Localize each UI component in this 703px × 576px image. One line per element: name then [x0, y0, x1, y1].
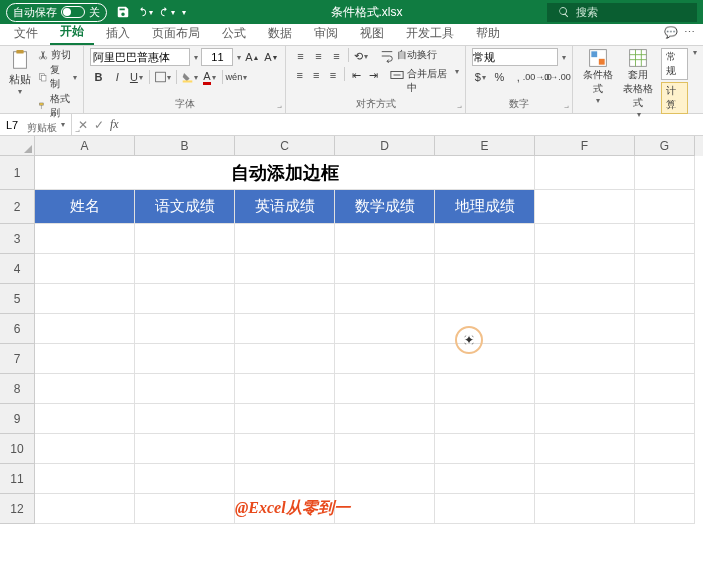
cell[interactable]: [635, 254, 695, 284]
cell[interactable]: [535, 404, 635, 434]
cell[interactable]: [535, 284, 635, 314]
undo-icon[interactable]: ▾: [137, 4, 153, 20]
cell[interactable]: [335, 434, 435, 464]
cell[interactable]: [135, 344, 235, 374]
cell[interactable]: [35, 224, 135, 254]
merge-center-button[interactable]: [390, 67, 405, 83]
cell[interactable]: [635, 404, 695, 434]
cell[interactable]: [235, 254, 335, 284]
row-header[interactable]: 11: [0, 464, 35, 494]
increase-indent-icon[interactable]: ⇥: [366, 67, 381, 83]
cell[interactable]: [235, 284, 335, 314]
cell[interactable]: [535, 464, 635, 494]
col-header-g[interactable]: G: [635, 136, 695, 156]
cell[interactable]: [235, 314, 335, 344]
orientation-icon[interactable]: ⟲▾: [353, 48, 369, 64]
cell[interactable]: [535, 254, 635, 284]
redo-icon[interactable]: ▾: [159, 4, 175, 20]
cell[interactable]: [35, 374, 135, 404]
cell[interactable]: [135, 494, 235, 524]
decrease-font-icon[interactable]: A▼: [263, 49, 279, 65]
cell[interactable]: [535, 344, 635, 374]
cell[interactable]: [135, 254, 235, 284]
watermark[interactable]: @Excel从零到一: [235, 494, 335, 524]
chevron-down-icon[interactable]: ▾: [237, 53, 241, 62]
cell[interactable]: [435, 224, 535, 254]
tab-review[interactable]: 审阅: [304, 22, 348, 45]
column-header-math[interactable]: 数学成绩: [335, 190, 435, 224]
column-header-english[interactable]: 英语成绩: [235, 190, 335, 224]
save-icon[interactable]: [115, 4, 131, 20]
border-icon[interactable]: ▾: [155, 69, 171, 85]
search-box[interactable]: 搜索: [547, 3, 697, 22]
comments-icon[interactable]: 💬: [664, 26, 678, 39]
cell[interactable]: [135, 434, 235, 464]
row-header[interactable]: 4: [0, 254, 35, 284]
cell[interactable]: [635, 190, 695, 224]
cell[interactable]: [35, 344, 135, 374]
cell[interactable]: [35, 404, 135, 434]
increase-font-icon[interactable]: A▲: [244, 49, 260, 65]
font-name-select[interactable]: [90, 48, 190, 66]
column-header-chinese[interactable]: 语文成绩: [135, 190, 235, 224]
cell[interactable]: [435, 494, 535, 524]
column-header-geography[interactable]: 地理成绩: [435, 190, 535, 224]
cell[interactable]: [435, 314, 535, 344]
cell[interactable]: [335, 404, 435, 434]
cell[interactable]: [135, 374, 235, 404]
autosave-toggle[interactable]: 自动保存 关: [6, 3, 107, 22]
cell[interactable]: [635, 434, 695, 464]
cell[interactable]: [635, 156, 695, 190]
align-left-icon[interactable]: ≡: [292, 67, 307, 83]
cell[interactable]: [35, 314, 135, 344]
tab-page-layout[interactable]: 页面布局: [142, 22, 210, 45]
row-header[interactable]: 5: [0, 284, 35, 314]
cell[interactable]: [635, 314, 695, 344]
cell[interactable]: [335, 254, 435, 284]
enter-icon[interactable]: ✓: [94, 118, 104, 132]
cell[interactable]: [235, 224, 335, 254]
cell[interactable]: [535, 494, 635, 524]
col-header-d[interactable]: D: [335, 136, 435, 156]
cell[interactable]: [635, 224, 695, 254]
col-header-b[interactable]: B: [135, 136, 235, 156]
chevron-down-icon[interactable]: ▾: [455, 67, 459, 95]
decrease-decimal-icon[interactable]: .0→.00: [548, 69, 564, 85]
cell[interactable]: [435, 374, 535, 404]
number-format-select[interactable]: [472, 48, 558, 66]
cell[interactable]: [335, 224, 435, 254]
col-header-a[interactable]: A: [35, 136, 135, 156]
cell-style-calc[interactable]: 计算: [661, 82, 688, 114]
chevron-down-icon[interactable]: ▾: [194, 53, 198, 62]
italic-icon[interactable]: I: [109, 69, 125, 85]
cell[interactable]: [135, 224, 235, 254]
styles-more-icon[interactable]: ▾: [693, 48, 697, 119]
cell[interactable]: [535, 224, 635, 254]
cell[interactable]: [635, 344, 695, 374]
font-color-icon[interactable]: A▾: [201, 69, 217, 85]
cell[interactable]: [335, 494, 435, 524]
cell[interactable]: [135, 404, 235, 434]
cell[interactable]: [35, 494, 135, 524]
cell[interactable]: [535, 190, 635, 224]
row-header[interactable]: 6: [0, 314, 35, 344]
conditional-format-button[interactable]: 条件格式▾: [579, 48, 616, 119]
cell[interactable]: [635, 464, 695, 494]
cell[interactable]: [435, 404, 535, 434]
cell[interactable]: [235, 464, 335, 494]
cell[interactable]: [635, 494, 695, 524]
format-as-table-button[interactable]: 套用 表格格式▾: [620, 48, 657, 119]
decrease-indent-icon[interactable]: ⇤: [349, 67, 364, 83]
select-all-corner[interactable]: [0, 136, 35, 156]
tab-formulas[interactable]: 公式: [212, 22, 256, 45]
cell[interactable]: [535, 156, 635, 190]
cell[interactable]: [335, 344, 435, 374]
wrap-text-button[interactable]: [379, 48, 395, 64]
cell[interactable]: [635, 374, 695, 404]
tab-data[interactable]: 数据: [258, 22, 302, 45]
cell[interactable]: [35, 464, 135, 494]
cell[interactable]: [235, 434, 335, 464]
col-header-e[interactable]: E: [435, 136, 535, 156]
cut-button[interactable]: 剪切: [38, 48, 78, 62]
cell[interactable]: [235, 344, 335, 374]
